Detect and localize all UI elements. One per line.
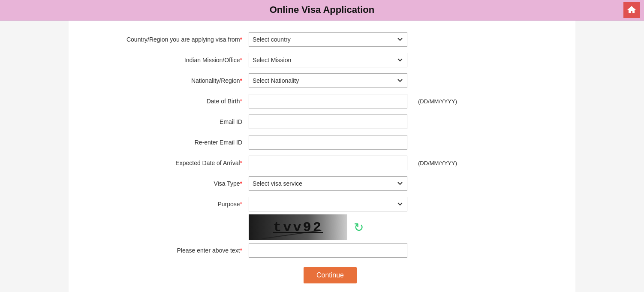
home-svg-icon	[626, 5, 637, 15]
visa-type-input-cell: Select visa service	[249, 173, 412, 194]
required-star-nationality: *	[240, 77, 242, 84]
page-title: Online Visa Application	[0, 4, 644, 15]
captcha-label: Please enter above text*	[86, 240, 249, 261]
nationality-row: Nationality/Region* Select Nationality	[86, 70, 558, 91]
required-star-mission: *	[240, 57, 242, 63]
dob-hint: (DD/MM/YYYY)	[412, 91, 558, 111]
visa-type-row: Visa Type* Select visa service	[86, 173, 558, 194]
country-row: Country/Region you are applying visa fro…	[86, 29, 558, 50]
header-bar: Online Visa Application	[0, 0, 644, 21]
country-select[interactable]: Select country	[249, 32, 407, 47]
re-email-input-cell	[249, 132, 412, 153]
required-star-visa: *	[240, 180, 242, 187]
home-icon[interactable]	[623, 2, 640, 18]
required-star: *	[240, 36, 242, 43]
captcha-image-cell: tvv92 ↻	[249, 214, 412, 240]
required-star-captcha: *	[240, 247, 242, 254]
required-star-dob: *	[240, 98, 242, 105]
dob-input-cell	[249, 91, 412, 111]
nationality-select[interactable]: Select Nationality	[249, 73, 407, 88]
main-content: Country/Region you are applying visa fro…	[69, 21, 575, 292]
nationality-input-cell: Select Nationality	[249, 70, 412, 91]
purpose-row: Purpose*	[86, 194, 558, 214]
purpose-select[interactable]	[249, 197, 407, 211]
email-label: Email ID	[86, 111, 249, 132]
arrival-input[interactable]	[249, 156, 407, 170]
captcha-input-row: Please enter above text*	[86, 240, 558, 261]
mission-hint	[412, 50, 558, 70]
nationality-hint	[412, 70, 558, 91]
required-star-purpose: *	[240, 201, 242, 208]
re-email-row: Re-enter Email ID	[86, 132, 558, 153]
country-label: Country/Region you are applying visa fro…	[86, 29, 249, 50]
re-email-label: Re-enter Email ID	[86, 132, 249, 153]
arrival-input-cell	[249, 153, 412, 173]
page-wrapper: Online Visa Application Country/Region y…	[0, 0, 644, 292]
continue-btn-cell: Continue	[249, 261, 412, 283]
form-table: Country/Region you are applying visa fro…	[86, 29, 558, 283]
arrival-row: Expected Date of Arrival* (DD/MM/YYYY)	[86, 153, 558, 173]
arrival-label: Expected Date of Arrival*	[86, 153, 249, 173]
captcha-refresh-icon[interactable]: ↻	[354, 220, 364, 235]
mission-label: Indian Mission/Office*	[86, 50, 249, 70]
mission-select[interactable]: Select Mission	[249, 53, 407, 67]
email-row: Email ID	[86, 111, 558, 132]
dob-label: Date of Birth*	[86, 91, 249, 111]
country-input-cell: Select country	[249, 29, 412, 50]
country-hint	[412, 29, 558, 50]
captcha-image-row: tvv92 ↻	[86, 214, 558, 240]
purpose-label: Purpose*	[86, 194, 249, 214]
dob-input[interactable]	[249, 94, 407, 108]
required-star-arrival: *	[240, 160, 242, 166]
captcha-image: tvv92	[249, 214, 347, 240]
email-input[interactable]	[249, 114, 407, 129]
purpose-input-cell	[249, 194, 412, 214]
mission-input-cell: Select Mission	[249, 50, 412, 70]
captcha-input-cell	[249, 240, 412, 261]
captcha-container: tvv92 ↻	[249, 214, 412, 240]
arrival-hint: (DD/MM/YYYY)	[412, 153, 558, 173]
re-email-input[interactable]	[249, 135, 407, 150]
visa-type-select[interactable]: Select visa service	[249, 176, 407, 191]
continue-button[interactable]: Continue	[304, 267, 357, 283]
nationality-label: Nationality/Region*	[86, 70, 249, 91]
captcha-text: tvv92	[273, 220, 323, 235]
dob-row: Date of Birth* (DD/MM/YYYY)	[86, 91, 558, 111]
email-input-cell	[249, 111, 412, 132]
captcha-input[interactable]	[249, 243, 407, 258]
mission-row: Indian Mission/Office* Select Mission	[86, 50, 558, 70]
continue-row: Continue	[86, 261, 558, 283]
visa-type-label: Visa Type*	[86, 173, 249, 194]
